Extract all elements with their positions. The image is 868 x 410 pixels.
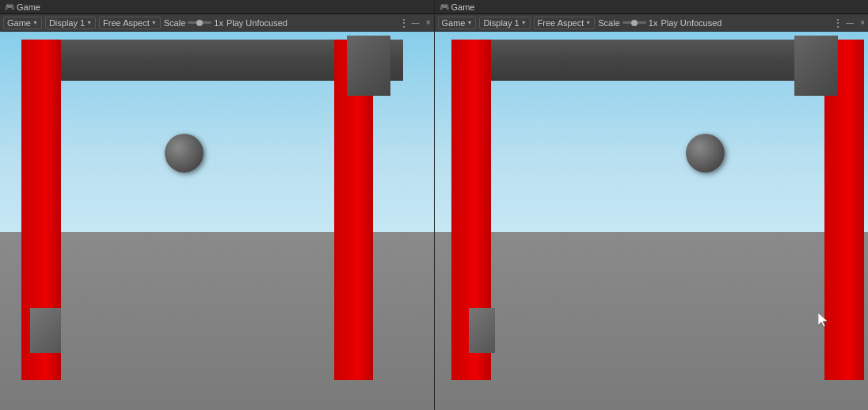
more-options-dots-right[interactable]: ⋮ [832,17,843,29]
close-button-right[interactable]: × [860,18,865,27]
tab-text-left: Game [17,2,40,12]
game-dropdown-right[interactable]: Game ▼ [438,17,477,29]
close-button-left[interactable]: × [426,18,431,27]
game-dropdown-arrow-right: ▼ [466,20,472,25]
play-unfocused-button-right[interactable]: Play Unfocused [661,18,721,28]
scale-slider-thumb-left [196,20,203,26]
play-unfocused-button-left[interactable]: Play Unfocused [227,18,287,28]
scene-right [435,32,869,410]
bottom-box-right [469,308,495,353]
aspect-dropdown-right[interactable]: Free Aspect ▼ [534,17,596,29]
display-dropdown-left[interactable]: Display 1 ▼ [45,17,96,29]
toolbar-left: Game ▼ Display 1 ▼ Free Aspect ▼ Scale 1… [0,14,434,32]
game-dropdown-arrow-left: ▼ [32,20,38,25]
game-icon-left: 🎮 [5,2,14,11]
scale-slider-thumb-right [631,20,638,26]
cursor-right [818,313,829,327]
top-box-right [794,36,838,96]
sphere-left [165,134,204,173]
tab-label-left[interactable]: 🎮 Game [5,2,40,12]
sphere-right [686,134,725,173]
tab-bar-left: 🎮 Game [0,0,434,14]
aspect-dropdown-arrow-left: ▼ [151,20,157,25]
minimize-button-right[interactable]: — [846,18,854,27]
tab-bar-right: 🎮 Game [435,0,869,14]
scale-slider-left[interactable] [188,21,211,24]
aspect-dropdown-arrow-right: ▼ [585,20,591,25]
scale-value-right: 1x [649,18,658,28]
aspect-dropdown-left[interactable]: Free Aspect ▼ [99,17,161,29]
game-viewport-left[interactable] [0,32,434,410]
minimize-button-left[interactable]: — [412,18,420,27]
display-dropdown-arrow-right: ▼ [521,20,527,25]
gate-top-bar-right [451,40,842,82]
scene-left [0,32,434,410]
more-options-dots-left[interactable]: ⋮ [398,17,409,29]
game-icon-right: 🎮 [440,2,449,11]
scale-value-left: 1x [214,18,223,28]
game-dropdown-left[interactable]: Game ▼ [3,17,42,29]
tab-label-right[interactable]: 🎮 Game [440,2,475,12]
display-dropdown-right[interactable]: Display 1 ▼ [479,17,530,29]
tab-text-right: Game [451,2,475,12]
svg-marker-0 [818,313,828,327]
top-box-left [347,36,390,96]
game-panel-left: 🎮 Game Game ▼ Display 1 ▼ Free Aspect ▼ … [0,0,435,410]
game-panel-right: 🎮 Game Game ▼ Display 1 ▼ Free Aspect ▼ … [435,0,869,410]
toolbar-right: Game ▼ Display 1 ▼ Free Aspect ▼ Scale 1… [435,14,869,32]
bottom-box-left [30,308,60,353]
display-dropdown-arrow-left: ▼ [86,20,92,25]
game-viewport-right[interactable] [435,32,869,410]
scale-control-left: Scale 1x [164,18,223,28]
scale-control-right: Scale 1x [598,18,657,28]
scale-slider-right[interactable] [622,21,646,24]
